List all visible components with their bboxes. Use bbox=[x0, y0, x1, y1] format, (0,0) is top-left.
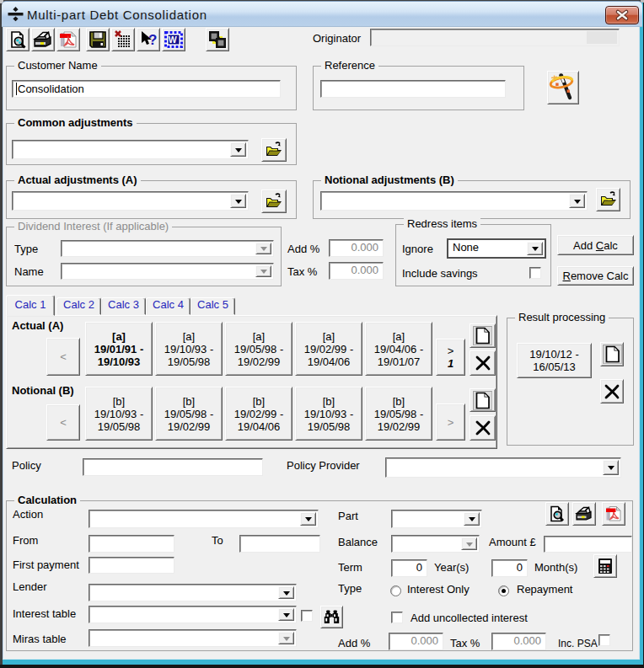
svg-text:?: ? bbox=[148, 32, 157, 48]
svg-text:W: W bbox=[169, 35, 177, 45]
